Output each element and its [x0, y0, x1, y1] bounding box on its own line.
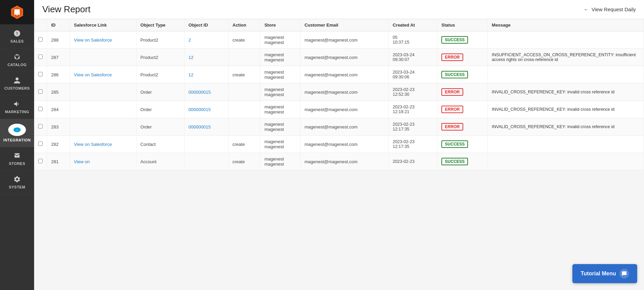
- row-id: 286: [47, 66, 70, 83]
- row-action: [228, 49, 260, 66]
- row-action: create: [228, 66, 260, 83]
- sidebar-item-catalog[interactable]: CATALOG: [0, 48, 34, 72]
- row-email: magenest@magenest.com: [300, 136, 388, 153]
- row-email: magenest@magenest.com: [300, 31, 388, 49]
- row-object-id: [184, 153, 228, 170]
- row-sf-link[interactable]: View on Salesforce: [70, 31, 136, 49]
- svg-rect-0: [16, 9, 18, 15]
- row-action: create: [228, 136, 260, 153]
- object-id-link[interactable]: 12: [189, 72, 193, 77]
- salesforce-link[interactable]: View on Salesforce: [74, 72, 112, 77]
- sidebar-item-system[interactable]: SYSTEM: [0, 171, 34, 194]
- row-object-type: Order: [136, 118, 184, 136]
- sidebar-item-marketing-label: MARKETING: [5, 110, 29, 114]
- store-icon: [13, 152, 21, 159]
- row-id: 283: [47, 118, 70, 136]
- row-store: magenest magenest: [260, 101, 301, 118]
- row-checkbox-cell: [34, 153, 47, 170]
- salesforce-icon: SF: [8, 124, 26, 136]
- object-id-link[interactable]: 000000015: [189, 107, 211, 112]
- row-object-id[interactable]: 000000015: [184, 83, 228, 101]
- row-created-at: 2023-02-23 12:17:35: [389, 136, 437, 153]
- row-object-id[interactable]: 000000015: [184, 101, 228, 118]
- row-checkbox[interactable]: [38, 141, 43, 146]
- table-row: 281 View on Account create magenest mage…: [34, 153, 644, 170]
- tutorial-menu-button[interactable]: Tutorial Menu: [572, 264, 637, 283]
- row-message: INVALID_CROSS_REFERENCE_KEY: invalid cro…: [487, 101, 644, 118]
- row-object-type: Order: [136, 101, 184, 118]
- row-store: magenest magenest: [260, 49, 301, 66]
- row-sf-link: [70, 118, 136, 136]
- row-status: ERROR: [437, 83, 487, 101]
- row-object-type: Product2: [136, 31, 184, 49]
- row-id: 282: [47, 136, 70, 153]
- row-checkbox[interactable]: [38, 37, 43, 42]
- row-checkbox[interactable]: [38, 72, 43, 76]
- tutorial-menu-label: Tutorial Menu: [581, 271, 616, 277]
- object-id-link[interactable]: 2: [189, 37, 191, 43]
- row-created-at: 2023-03-24 09:30:07: [389, 49, 437, 66]
- row-sf-link[interactable]: View on Salesforce: [70, 136, 136, 153]
- table-row: 282 View on Salesforce Contact create ma…: [34, 136, 644, 153]
- row-action: [228, 118, 260, 136]
- status-badge: ERROR: [441, 88, 463, 96]
- sidebar-item-customers[interactable]: CUSTOMERS: [0, 72, 34, 95]
- megaphone-icon: [13, 100, 21, 108]
- row-sf-link[interactable]: View on Salesforce: [70, 66, 136, 83]
- object-id-link[interactable]: 000000015: [189, 90, 211, 95]
- status-badge: SUCCESS: [441, 36, 468, 44]
- row-id: 287: [47, 49, 70, 66]
- sidebar-item-marketing[interactable]: MARKETING: [0, 95, 34, 119]
- row-email: magenest@magenest.com: [300, 49, 388, 66]
- salesforce-link[interactable]: View on Salesforce: [74, 37, 112, 43]
- row-email: magenest@magenest.com: [300, 118, 388, 136]
- report-table: ID Salesforce Link Object Type Object ID…: [34, 19, 644, 170]
- sidebar-item-integration[interactable]: SF INTEGRATION: [0, 119, 34, 147]
- sidebar-item-integration-label: INTEGRATION: [3, 138, 31, 142]
- row-checkbox-cell: [34, 136, 47, 153]
- sidebar-item-sales-label: SALES: [10, 39, 24, 43]
- row-id: 288: [47, 31, 70, 49]
- row-checkbox[interactable]: [38, 107, 43, 111]
- salesforce-link[interactable]: View on: [74, 159, 90, 164]
- row-id: 281: [47, 153, 70, 170]
- object-id-link[interactable]: 12: [189, 55, 193, 60]
- row-status: ERROR: [437, 118, 487, 136]
- sidebar-item-stores[interactable]: STORES: [0, 147, 34, 171]
- row-status: SUCCESS: [437, 153, 487, 170]
- row-sf-link[interactable]: View on: [70, 153, 136, 170]
- row-checkbox[interactable]: [38, 55, 43, 59]
- row-object-id[interactable]: 2: [184, 31, 228, 49]
- status-badge: ERROR: [441, 54, 463, 61]
- row-object-id[interactable]: 12: [184, 66, 228, 83]
- row-object-id[interactable]: 12: [184, 49, 228, 66]
- table-row: 287 Product2 12 magenest magenest magene…: [34, 49, 644, 66]
- row-sf-link: [70, 49, 136, 66]
- sidebar-item-catalog-label: CATALOG: [8, 63, 27, 67]
- row-checkbox[interactable]: [38, 89, 43, 94]
- row-checkbox[interactable]: [38, 159, 43, 163]
- col-created: Created At: [389, 19, 437, 31]
- row-store: magenest magenest: [260, 31, 301, 49]
- back-link[interactable]: ← View Request Daily: [584, 6, 636, 12]
- row-object-type: Contact: [136, 136, 184, 153]
- object-id-link[interactable]: 000000015: [189, 124, 211, 129]
- row-message: [487, 136, 644, 153]
- row-created-at: 2023-02-23 12:18:21: [389, 101, 437, 118]
- table-row: 285 Order 000000015 magenest magenest ma…: [34, 83, 644, 101]
- row-email: magenest@magenest.com: [300, 83, 388, 101]
- row-sf-link: [70, 101, 136, 118]
- sidebar-item-stores-label: STORES: [9, 162, 25, 166]
- salesforce-link[interactable]: View on Salesforce: [74, 142, 112, 147]
- status-badge: ERROR: [441, 106, 463, 113]
- row-status: ERROR: [437, 49, 487, 66]
- row-created-at: 05 10:37:15: [389, 31, 437, 49]
- row-checkbox-cell: [34, 66, 47, 83]
- sidebar-item-sales[interactable]: SALES: [0, 25, 34, 48]
- row-email: magenest@magenest.com: [300, 153, 388, 170]
- row-object-type: Product2: [136, 66, 184, 83]
- row-object-id[interactable]: 000000015: [184, 118, 228, 136]
- row-status: SUCCESS: [437, 31, 487, 49]
- row-checkbox[interactable]: [38, 124, 43, 128]
- box-icon: [13, 53, 21, 61]
